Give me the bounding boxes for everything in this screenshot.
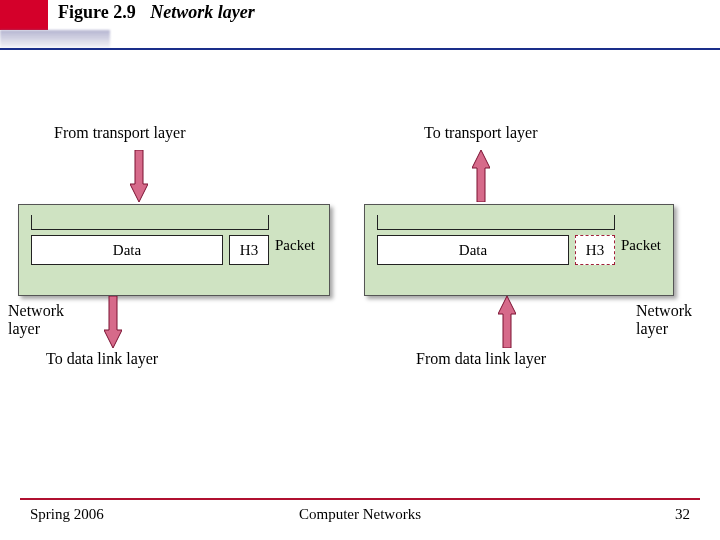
figure-title: Network layer [150,2,254,22]
svg-marker-1 [104,296,122,348]
diagram-stage: From transport layer Data H3 Packet Netw… [18,70,702,410]
left-network-layer-label: Network layer [8,302,88,337]
left-to-datalink-label: To data link layer [46,350,158,368]
right-from-datalink-label: From data link layer [416,350,546,368]
footer-page-number: 32 [675,506,690,523]
figure-number: Figure 2.9 [58,2,136,22]
header-underline [0,48,720,50]
right-arrow-up-into-network [498,296,516,348]
header-shadow-bar [0,30,110,48]
footer-divider [20,498,700,500]
left-arrow-down-into-network [130,150,148,202]
left-data-box: Data [31,235,223,265]
left-packet-label: Packet [275,237,315,254]
svg-marker-3 [498,296,516,348]
left-packet-bracket [31,215,269,230]
left-network-panel: Data H3 Packet [18,204,330,296]
right-h3-box: H3 [575,235,615,265]
right-packet-label: Packet [621,237,661,254]
left-arrow-down-out-of-network [104,296,122,348]
svg-marker-0 [130,150,148,202]
header-accent-square [0,0,48,30]
left-from-transport-label: From transport layer [54,124,186,142]
right-arrow-up-out-of-network [472,150,490,202]
left-h3-box: H3 [229,235,269,265]
slide-title: Figure 2.9 Network layer [58,2,255,23]
right-network-layer-label: Network layer [636,302,716,337]
right-to-transport-label: To transport layer [424,124,538,142]
right-data-box: Data [377,235,569,265]
svg-marker-2 [472,150,490,202]
right-packet-bracket [377,215,615,230]
right-network-panel: Data H3 Packet [364,204,674,296]
footer-course-title: Computer Networks [0,506,720,523]
footer: Spring 2006 Computer Networks 32 [0,498,720,528]
